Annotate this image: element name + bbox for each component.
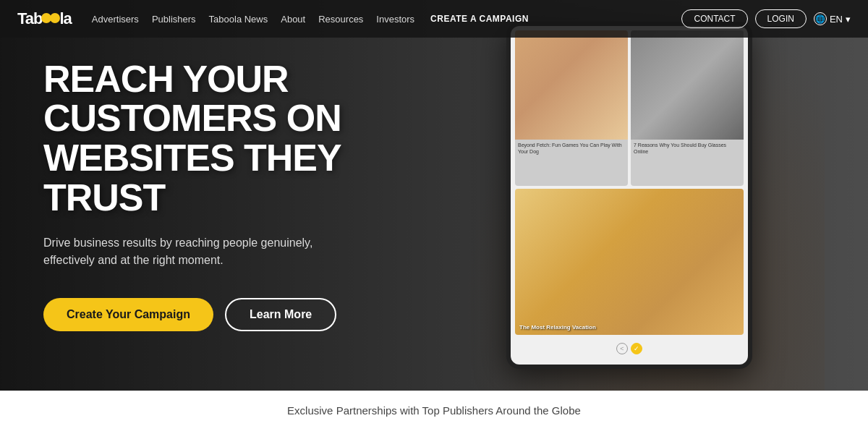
tablet-card-dog-img [515, 30, 628, 140]
navbar: Tabla Advertisers Publishers Taboola New… [0, 0, 868, 38]
language-switcher[interactable]: 🌐 EN ▾ [814, 12, 851, 25]
logo-oo-icon2 [50, 13, 60, 23]
tablet-card-glasses-text: 7 Reasons Why You Should Buy Glasses Onl… [631, 140, 744, 157]
logo[interactable]: Tabla [17, 9, 72, 28]
tablet-visual: Beyond Fetch: Fun Games You Can Play Wit… [506, 22, 810, 391]
nav-link-taboola-news[interactable]: Taboola News [209, 14, 268, 25]
tablet-top-row: Beyond Fetch: Fun Games You Can Play Wit… [515, 30, 744, 186]
nav-create-campaign[interactable]: CREATE A CAMPAIGN [430, 14, 529, 24]
tablet-card-glasses: 7 Reasons Why You Should Buy Glasses Onl… [631, 30, 744, 186]
globe-icon: 🌐 [814, 12, 827, 25]
login-button[interactable]: LOGIN [755, 9, 807, 28]
tablet-card-glasses-img [631, 30, 744, 140]
tablet-nav-prev: < [616, 343, 628, 354]
nav-link-investors[interactable]: Investors [376, 14, 414, 25]
tablet-big-card-text: The Most Relaxing Vacation [519, 324, 596, 331]
tablet-nav-row: < ✓ [515, 338, 744, 360]
learn-more-button[interactable]: Learn More [225, 298, 336, 331]
tablet-device: Beyond Fetch: Fun Games You Can Play Wit… [506, 22, 752, 369]
tablet-card-dog: Beyond Fetch: Fun Games You Can Play Wit… [515, 30, 628, 186]
tablet-nav-check: ✓ [631, 343, 642, 354]
nav-link-publishers[interactable]: Publishers [152, 14, 196, 25]
nav-actions: CONTACT LOGIN 🌐 EN ▾ [681, 9, 851, 28]
nav-link-resources[interactable]: Resources [318, 14, 363, 25]
footer-bar: Exclusive Partnerships with Top Publishe… [0, 391, 868, 426]
nav-links: Advertisers Publishers Taboola News Abou… [92, 14, 682, 25]
hero-section: Beyond Fetch: Fun Games You Can Play Wit… [0, 0, 868, 391]
hero-title: REACH YOUR CUSTOMERS ON WEBSITES THEY TR… [43, 59, 362, 217]
hero-content: REACH YOUR CUSTOMERS ON WEBSITES THEY TR… [0, 0, 405, 391]
hero-buttons: Create Your Campaign Learn More [43, 298, 362, 331]
nav-link-advertisers[interactable]: Advertisers [92, 14, 139, 25]
contact-button[interactable]: CONTACT [681, 9, 747, 28]
nav-link-about[interactable]: About [281, 14, 305, 25]
tablet-card-dog-text: Beyond Fetch: Fun Games You Can Play Wit… [515, 140, 628, 157]
lang-label: EN [830, 14, 843, 25]
footer-text: Exclusive Partnerships with Top Publishe… [287, 404, 581, 417]
hero-subtitle: Drive business results by reaching peopl… [43, 234, 318, 269]
tablet-screen: Beyond Fetch: Fun Games You Can Play Wit… [511, 26, 748, 365]
chevron-down-icon: ▾ [846, 14, 851, 25]
tablet-card-big: The Most Relaxing Vacation [515, 189, 744, 335]
create-campaign-button[interactable]: Create Your Campaign [43, 298, 213, 331]
